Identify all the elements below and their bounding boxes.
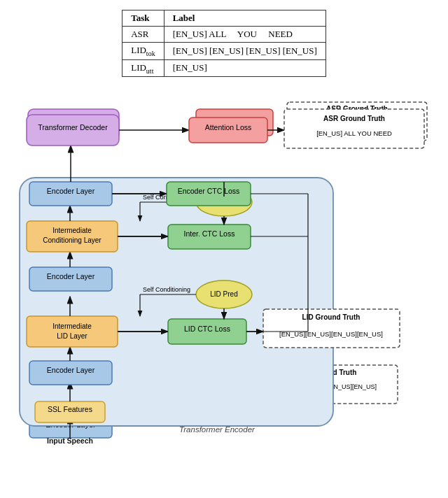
lid-ctc-loss-text: LID CTC Loss (184, 325, 230, 333)
transformer-encoder-bg2 (20, 178, 333, 426)
diagram-container: Transformer Encoder Transformer Decoder … (0, 84, 448, 455)
intermediate-cond-text2: Conditioning Layer (43, 236, 102, 244)
encoder-ctc-loss-text: Encoder CTC Loss (178, 187, 240, 195)
label-asr: [EN_US] ALL YOU NEED (164, 27, 326, 43)
label-lidutt: [EN_US] (164, 59, 326, 77)
intermediate-lid-text1: Intermediate (52, 322, 92, 330)
intermediate-cond-text1: Intermediate (52, 227, 92, 234)
table-row: LIDutt [EN_US] (122, 59, 326, 77)
transformer-decoder-text: Transformer Decoder (38, 123, 108, 131)
diagram-svg-main: Transformer Encoder Input Speech SSL Fea… (14, 88, 434, 445)
col-header-label: Label (164, 10, 326, 27)
encoder-layer-bot-text: Encoder Layer (47, 366, 95, 374)
asr-gt-value-text: [EN_US] ALL YOU NEED (316, 129, 392, 137)
intermediate-lid-node2 (27, 316, 118, 347)
data-table: Task Label ASR [EN_US] ALL YOU NEED LIDt… (122, 10, 326, 77)
top-section: Task Label ASR [EN_US] ALL YOU NEED LIDt… (0, 0, 448, 84)
asr-gt-label-text: ASR Ground Truth (323, 115, 385, 122)
label-lidtok: [EN_US] [EN_US] [EN_US] [EN_US] (164, 43, 326, 60)
table-row: LIDtok [EN_US] [EN_US] [EN_US] [EN_US] (122, 43, 326, 60)
task-lidutt: LIDutt (122, 59, 164, 77)
transformer-encoder-text: Transformer Encoder (179, 425, 255, 434)
intermediate-lid-text2: LID Layer (57, 332, 88, 340)
table-row: ASR [EN_US] ALL YOU NEED (122, 27, 326, 43)
ssl-features-text: SSL Features (48, 405, 92, 413)
lid-gt-label-text: LID Ground Truth (302, 313, 360, 321)
encoder-layer-top-text: Encoder Layer (47, 187, 95, 195)
inter-ctc-loss-text: Inter. CTC Loss (184, 229, 235, 238)
task-asr: ASR (122, 27, 164, 43)
encoder-layer-mid-text: Encoder Layer (47, 272, 95, 280)
lid-pred-text: LID Pred (210, 290, 237, 298)
task-lidtok: LIDtok (122, 43, 164, 60)
col-header-task: Task (122, 10, 164, 27)
diagram-wrapper: Transformer Encoder Transformer Decoder … (14, 88, 434, 448)
attention-loss-text: Attention Loss (205, 123, 252, 131)
self-cond-label-bot: Self Conditioning (143, 286, 190, 293)
